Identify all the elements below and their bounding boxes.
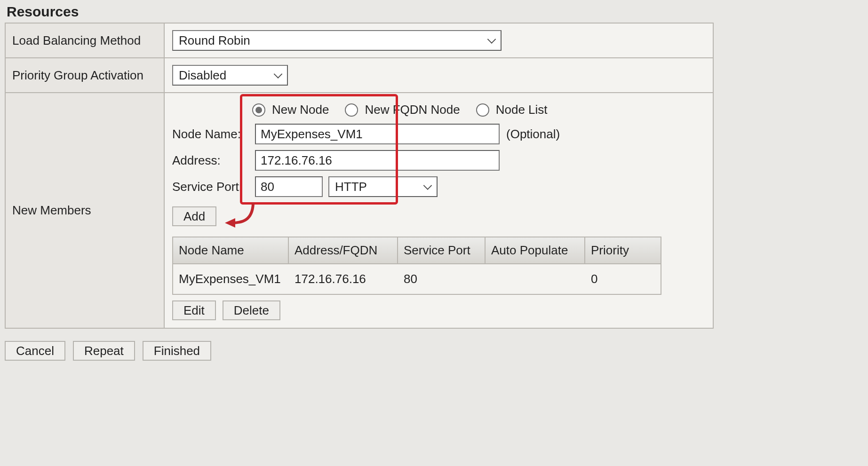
chevron-down-icon [487,38,496,43]
address-input[interactable]: 172.16.76.16 [255,150,500,171]
row-lb-method: Load Balancing Method Round Robin [6,24,713,58]
port-value: 80 [261,180,274,194]
td-name: MyExpenses_VM1 [173,264,289,294]
lb-method-label: Load Balancing Method [6,24,165,57]
th-node-name: Node Name [173,237,289,263]
radio-new-fqdn[interactable] [345,103,358,117]
radio-node-list[interactable] [476,103,489,117]
lb-method-select[interactable]: Round Robin [172,30,502,51]
radio-new-node-label: New Node [272,103,329,117]
th-auto: Auto Populate [486,237,585,263]
pga-label: Priority Group Activation [6,58,165,92]
pga-value: Disabled [179,68,226,83]
table-row[interactable]: MyExpenses_VM1 172.16.76.16 80 0 [173,264,661,294]
add-button[interactable]: Add [172,206,216,226]
port-proto-select[interactable]: HTTP [328,176,438,197]
repeat-button[interactable]: Repeat [73,341,135,361]
row-pga: Priority Group Activation Disabled [6,58,713,93]
td-addr: 172.16.76.16 [289,264,398,294]
node-name-label: Node Name: [172,127,255,142]
lb-method-value: Round Robin [179,33,250,48]
address-label: Address: [172,153,255,168]
cancel-button[interactable]: Cancel [5,341,65,361]
td-auto [486,264,585,294]
port-label: Service Port: [172,180,255,194]
th-port: Service Port [398,237,486,263]
chevron-down-icon [423,184,432,189]
port-proto-value: HTTP [335,180,367,194]
members-table: Node Name Address/FQDN Service Port Auto… [172,237,661,295]
node-name-input[interactable]: MyExpenses_VM1 [255,124,500,144]
radio-new-node[interactable] [252,103,265,117]
address-value: 172.16.76.16 [261,153,332,168]
radio-node-list-label: Node List [496,103,548,117]
node-name-optional: (Optional) [506,127,560,142]
td-port: 80 [398,264,486,294]
delete-button[interactable]: Delete [223,300,280,320]
edit-button[interactable]: Edit [172,300,216,320]
node-name-value: MyExpenses_VM1 [261,127,363,142]
members-label: New Members [6,93,165,328]
pga-select[interactable]: Disabled [172,65,288,86]
footer-buttons: Cancel Repeat Finished [5,341,863,361]
members-table-header: Node Name Address/FQDN Service Port Auto… [173,237,661,264]
th-address: Address/FQDN [289,237,398,263]
resources-panel: Load Balancing Method Round Robin Priori… [5,23,714,329]
row-members: New Members New Node New FQDN Node Node … [6,93,713,328]
th-priority: Priority [585,237,661,263]
port-input[interactable]: 80 [255,176,323,197]
td-prio: 0 [585,264,661,294]
chevron-down-icon [274,73,282,78]
node-type-radios: New Node New FQDN Node Node List [252,103,705,117]
section-title: Resources [5,0,863,23]
radio-new-fqdn-label: New FQDN Node [365,103,460,117]
finished-button[interactable]: Finished [143,341,211,361]
